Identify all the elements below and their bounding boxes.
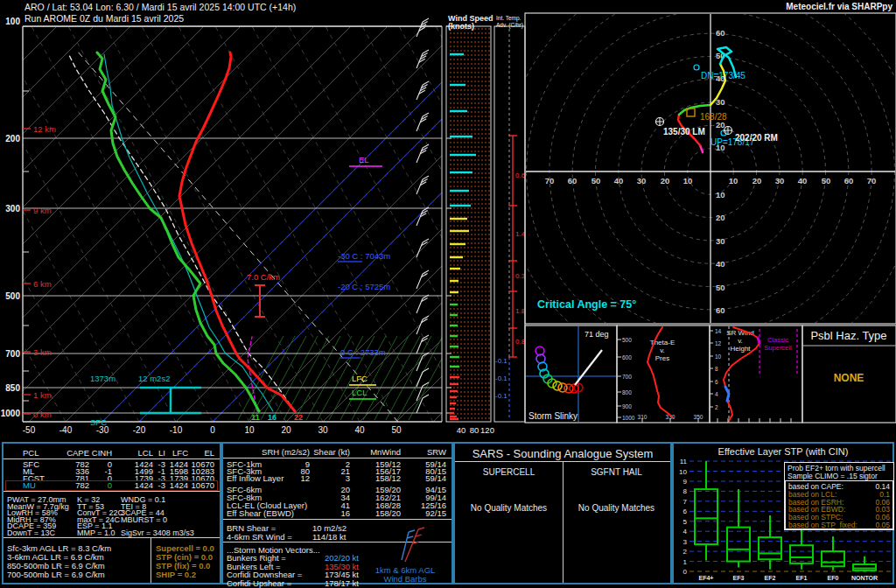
svg-text:11: 11 [680, 458, 688, 466]
svg-text:10: 10 [729, 176, 738, 186]
skewt-hodograph-canvas[interactable]: 100200300500700850100012 km9 km6 km3 km1… [0, 0, 896, 440]
svg-text:EF1: EF1 [796, 575, 808, 581]
parcel-stats-panel: PCLCAPECINHLCLLILFCELSFC78201424-3142410… [2, 442, 221, 584]
stp-legend-label: based on STP_fixed: [788, 522, 858, 529]
divider [150, 537, 151, 583]
svg-text:-50: -50 [23, 425, 36, 435]
composite-index: Supercell = 0.0 [156, 544, 214, 552]
svg-text:30: 30 [775, 176, 785, 186]
srh-table-row: LCL-EL (Cloud Layer)41168/28125/16 [223, 501, 452, 508]
svg-text:0: 0 [683, 568, 688, 576]
svg-text:100: 100 [5, 17, 20, 26]
svg-text:1000: 1000 [622, 415, 635, 421]
svg-text:NONE: NONE [834, 372, 864, 384]
svg-text:0.6: 0.6 [515, 172, 526, 179]
sars-supercell-header: SUPERCELL [455, 467, 563, 477]
composite-index: STP (cin) = 0.0 [156, 553, 213, 561]
svg-text:20: 20 [661, 176, 670, 186]
svg-text:10: 10 [715, 354, 722, 360]
svg-text:9 km: 9 km [33, 206, 52, 215]
stp-panel: Effective Layer STP (with CIN) 012345678… [672, 442, 894, 584]
svg-text:7.0 C/km: 7.0 C/km [247, 272, 280, 282]
stp-legend-values-box: based on CAPE:0.14based on LCL:0.1based … [785, 480, 893, 529]
svg-text:2: 2 [683, 548, 688, 556]
svg-text:4: 4 [683, 528, 688, 536]
svg-text:Psbl Haz. Type: Psbl Haz. Type [810, 329, 886, 342]
svg-text:16: 16 [268, 413, 276, 422]
svg-text:50: 50 [822, 176, 831, 186]
svg-text:-40: -40 [60, 425, 73, 435]
svg-text:600: 600 [622, 354, 632, 360]
sharppy-window: ARO / Lat: 53.04 Lon: 6.30 / Mardi 15 av… [0, 0, 896, 588]
svg-text:20: 20 [752, 176, 762, 186]
lapse-rate: Sfc-3km AGL LR = 8.3 C/km [7, 544, 111, 552]
skewt-plot[interactable] [0, 26, 896, 422]
svg-text:8: 8 [683, 487, 688, 495]
svg-text:1373m: 1373m [90, 374, 116, 383]
col-header: LI [158, 449, 165, 457]
svg-text:12 m2s2: 12 m2s2 [138, 374, 170, 383]
thetae-panel: Theta-Ev.Pres500600700800900100031033035… [617, 326, 710, 423]
svg-text:Int. Temp.: Int. Temp. [496, 15, 522, 22]
svg-text:30: 30 [716, 236, 725, 246]
svg-text:2: 2 [715, 404, 718, 410]
divider [4, 537, 220, 538]
kinematics-panel: SRH (m2/s2)Shear (kt)MnWindSRWSFC-1km921… [221, 442, 453, 584]
lapse-rate: 850-500mb LR = 6.9 C/km [7, 562, 105, 570]
value: 158/12 [375, 474, 401, 482]
svg-text:0.8: 0.8 [515, 338, 526, 346]
col-header: PCL [23, 449, 38, 457]
thermo-index: MBURST = 0 [121, 516, 167, 524]
svg-text:71 deg: 71 deg [584, 330, 609, 339]
svg-text:10: 10 [244, 425, 255, 435]
layer-label: Eff Shear (EBWD) [227, 509, 294, 517]
col-header: LFC [172, 449, 188, 457]
divider [563, 461, 564, 583]
svg-text:8: 8 [715, 366, 718, 372]
svg-text:0.3: 0.3 [515, 272, 526, 280]
divider [223, 458, 452, 458]
svg-text:1.8: 1.8 [515, 307, 526, 315]
svg-text:DN=173/45: DN=173/45 [701, 71, 746, 80]
divider [223, 519, 452, 520]
parcel-table-header: PCLCAPECINHLCLLILFCEL [4, 449, 220, 457]
svg-text:6: 6 [715, 379, 718, 385]
wind-speed-panel: Wind Speed(knots)4080120 [446, 14, 494, 435]
svg-text:-10: -10 [170, 425, 183, 435]
svg-text:-0.1: -0.1 [495, 374, 508, 382]
svg-text:850: 850 [5, 383, 20, 393]
svg-text:Critical Angle = 75°: Critical Angle = 75° [537, 298, 636, 311]
svg-text:12: 12 [715, 340, 722, 346]
svg-text:-20 C : 5725m: -20 C : 5725m [338, 282, 390, 291]
svg-text:60: 60 [844, 176, 854, 186]
svg-text:0 C : 2733m: 0 C : 2733m [340, 347, 386, 357]
sars-hail-message: No Quality Matches [563, 503, 670, 513]
svg-text:0: 0 [210, 425, 215, 435]
svg-text:SFC: SFC [90, 417, 107, 427]
sars-title: SARS - Sounding Analogue System [455, 447, 670, 460]
svg-text:-0.1: -0.1 [495, 392, 508, 400]
svg-text:14: 14 [715, 328, 722, 334]
svg-text:40: 40 [354, 425, 365, 435]
barb-caption: 1km & 6km AGL [359, 566, 452, 574]
value: 92/15 [425, 509, 446, 517]
svg-text:6 km: 6 km [33, 279, 52, 289]
stp-legend: Prob EF2+ torn with supercellSample CLIM… [784, 462, 894, 530]
svg-text:EF3: EF3 [733, 575, 745, 581]
thermo-index: MMP = 1.0 [77, 529, 116, 537]
label: Bunkers Right = [227, 554, 286, 562]
svg-text:EF2: EF2 [765, 575, 776, 581]
svg-text:20: 20 [281, 425, 291, 435]
svg-text:9: 9 [683, 478, 688, 486]
svg-text:350: 350 [694, 414, 704, 420]
svg-text:v.: v. [738, 337, 743, 345]
composite-index: STP (fix) = 0.0 [156, 562, 210, 570]
label: Corfidi Downshear = [227, 570, 302, 578]
svg-text:1.4: 1.4 [515, 230, 526, 238]
svg-text:Adv. (C/hr): Adv. (C/hr) [496, 22, 523, 29]
svg-text:11: 11 [251, 413, 260, 422]
srh-table-row: Eff Inflow Layer123158/1259/14 [223, 474, 452, 481]
skewt-axes: 100200300500700850100012 km9 km6 km3 km1… [1, 17, 442, 435]
svg-text:3 km: 3 km [33, 347, 52, 357]
hodograph-panel[interactable]: 1020304050601020304050601020304050607010… [503, 0, 896, 379]
